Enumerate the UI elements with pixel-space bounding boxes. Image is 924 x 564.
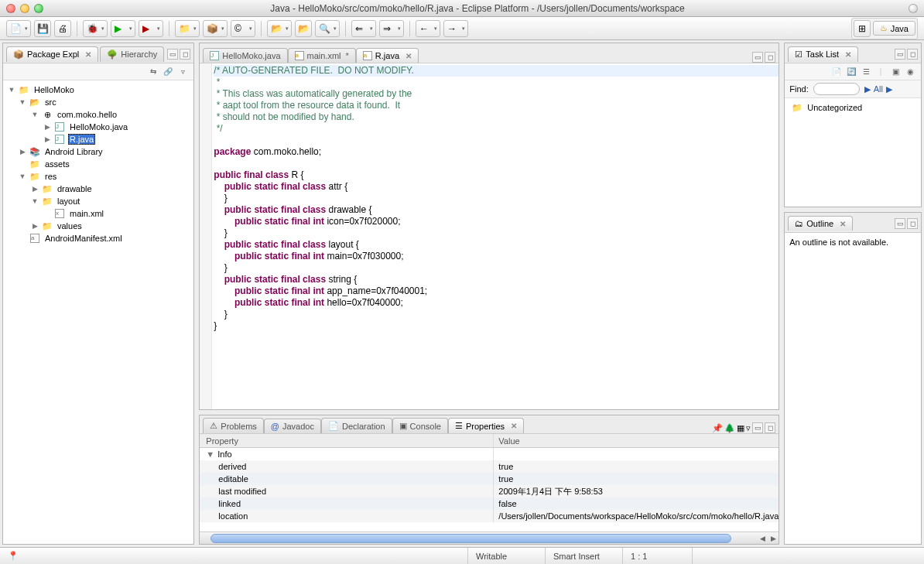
tree-package[interactable]: com.moko.hello [56, 110, 118, 119]
project-tree[interactable]: ▼📁HelloMoko ▼📂src ▼⊕com.moko.hello ▶JHel… [3, 80, 193, 544]
run-button[interactable]: ▶ [111, 20, 135, 37]
editor-area: JHelloMoko.java amain.xml* aR.java✕ ▭◻ /… [199, 43, 779, 410]
tree-assets[interactable]: assets [43, 159, 71, 169]
tree-res[interactable]: res [43, 172, 58, 181]
outline-maximize-button[interactable]: ◻ [907, 218, 918, 229]
print-button[interactable]: 🖨 [54, 20, 71, 37]
problems-tab[interactable]: ⚠Problems [203, 418, 263, 433]
view-menu-button[interactable]: ▿ [176, 66, 189, 78]
tree-src[interactable]: src [43, 97, 58, 107]
tree-layout[interactable]: layout [56, 197, 81, 206]
properties-filter-button[interactable]: ▦ [737, 423, 744, 433]
property-row: derivedtrue [200, 460, 779, 473]
search-button[interactable]: 🔍 [315, 20, 340, 37]
run-last-button[interactable]: ▶ [139, 20, 163, 37]
window-controls [6, 4, 43, 13]
tree-manifest[interactable]: AndroidManifest.xml [43, 234, 124, 243]
new-class-button[interactable]: © [231, 20, 255, 37]
tree-android-library[interactable]: Android Library [43, 147, 104, 156]
editor-minimize-button[interactable]: ▭ [752, 52, 763, 63]
new-project-button[interactable]: 📁 [175, 20, 200, 37]
task-category-uncategorized[interactable]: Uncategorized [806, 103, 864, 112]
bottom-minimize-button[interactable]: ▭ [752, 422, 763, 433]
properties-tab[interactable]: ☰Properties✕ [448, 418, 524, 433]
property-row: editabletrue [200, 473, 779, 485]
sync-tasks-button[interactable]: 🔄 [845, 66, 857, 78]
status-writable: Writable [467, 548, 545, 564]
window-title: Java - HelloMoko/src/com/moko/hello/R.ja… [53, 3, 902, 14]
perspective-switcher: ⊞ ♨Java [851, 18, 918, 39]
find-menu-icon[interactable]: ▶ [886, 84, 892, 94]
debug-button[interactable]: 🐞 [83, 20, 108, 37]
open-type-button[interactable]: 📂 [267, 20, 292, 37]
editor-tab-r-java[interactable]: aR.java✕ [356, 48, 419, 63]
property-row: last modified2009年1月4日 下午 9:58:53 [200, 485, 779, 497]
close-tab-icon[interactable]: ✕ [406, 52, 412, 60]
tree-main-xml[interactable]: main.xml [68, 209, 105, 218]
task-collapse-button[interactable]: ▣ [889, 66, 902, 78]
tree-r-java[interactable]: R.java [68, 134, 95, 145]
back-button[interactable]: ← [416, 20, 440, 37]
close-icon[interactable]: ✕ [85, 50, 91, 59]
annotations-prev-button[interactable]: ⇐ [351, 20, 376, 37]
task-presentation-button[interactable]: ☰ [860, 66, 872, 78]
find-label: Find: [789, 84, 808, 94]
new-task-button[interactable]: 📄 [830, 66, 843, 78]
task-list-tab[interactable]: ☑Task List✕ [788, 46, 858, 62]
open-task-button[interactable]: 📂 [295, 20, 312, 37]
close-properties-icon[interactable]: ✕ [511, 422, 517, 430]
tasklist-minimize-button[interactable]: ▭ [895, 49, 905, 60]
forward-button[interactable]: → [443, 20, 468, 37]
outline-tab[interactable]: 🗂Outline✕ [788, 216, 853, 231]
properties-categories-button[interactable]: 🌲 [724, 423, 735, 433]
outline-body: An outline is not available. [785, 233, 921, 544]
tree-drawable[interactable]: drawable [56, 184, 94, 193]
properties-table[interactable]: PropertyValue ▼Info derivedtrue editable… [200, 434, 779, 532]
task-find-input[interactable] [813, 83, 860, 95]
close-window-button[interactable] [6, 4, 15, 13]
annotations-next-button[interactable]: ⇒ [379, 20, 404, 37]
console-tab[interactable]: ▣Console [392, 418, 448, 433]
close-tasklist-icon[interactable]: ✕ [845, 50, 851, 59]
javadoc-tab[interactable]: @Javadoc [264, 419, 321, 433]
bottom-maximize-button[interactable]: ◻ [765, 422, 775, 433]
find-all-link[interactable]: All [874, 84, 883, 94]
find-next-icon[interactable]: ▶ [864, 84, 871, 94]
tasklist-maximize-button[interactable]: ◻ [907, 49, 918, 60]
dirty-indicator: * [346, 51, 349, 60]
new-button[interactable]: 📄 [6, 20, 31, 37]
properties-col-property[interactable]: Property [200, 434, 494, 447]
minimize-window-button[interactable] [20, 4, 29, 13]
tree-project[interactable]: HelloMoko [33, 85, 76, 94]
horizontal-scrollbar[interactable]: ◀▶ [200, 532, 779, 544]
package-explorer-tab[interactable]: 📦Package Expl✕ [6, 46, 98, 62]
code-editor[interactable]: /* AUTO-GENERATED FILE. DO NOT MODIFY. *… [200, 63, 779, 409]
properties-pin-button[interactable]: 📌 [712, 423, 723, 433]
zoom-window-button[interactable] [34, 4, 43, 13]
open-perspective-button[interactable]: ⊞ [854, 20, 871, 37]
status-marker-icon[interactable]: 📍 [0, 551, 19, 561]
properties-menu-button[interactable]: ▿ [746, 423, 751, 433]
outline-minimize-button[interactable]: ▭ [895, 218, 905, 229]
link-editor-button[interactable]: 🔗 [162, 66, 174, 78]
new-package-button[interactable]: 📦 [203, 20, 228, 37]
outline-view: 🗂Outline✕ ▭◻ An outline is not available… [784, 212, 922, 545]
close-outline-icon[interactable]: ✕ [840, 220, 846, 228]
editor-tab-main-xml[interactable]: amain.xml* [288, 48, 356, 63]
tree-hellomoko-java[interactable]: HelloMoko.java [68, 122, 129, 132]
collapse-all-button[interactable]: ⇆ [147, 66, 159, 78]
editor-tab-hellomoko[interactable]: JHelloMoko.java [203, 48, 287, 63]
main-toolbar: 📄 💾 🖨 🐞 ▶ ▶ 📁 📦 © 📂 📂 🔍 ⇐ ⇒ ← → ⊞ ♨Java [0, 17, 924, 40]
declaration-tab[interactable]: 📄Declaration [321, 418, 392, 433]
hierarchy-tab[interactable]: 🌳Hierarchy [100, 46, 164, 62]
minimize-view-button[interactable]: ▭ [167, 49, 178, 60]
editor-maximize-button[interactable]: ◻ [765, 52, 775, 63]
tree-values[interactable]: values [56, 221, 84, 231]
properties-col-value[interactable]: Value [494, 434, 779, 447]
task-categories[interactable]: 📁Uncategorized [785, 98, 921, 207]
java-perspective-button[interactable]: ♨Java [873, 21, 915, 36]
save-button[interactable]: 💾 [34, 20, 51, 37]
task-focus-button[interactable]: ◉ [904, 66, 916, 78]
maximize-view-button[interactable]: ◻ [180, 49, 190, 60]
properties-group-info[interactable]: ▼Info [200, 448, 494, 460]
